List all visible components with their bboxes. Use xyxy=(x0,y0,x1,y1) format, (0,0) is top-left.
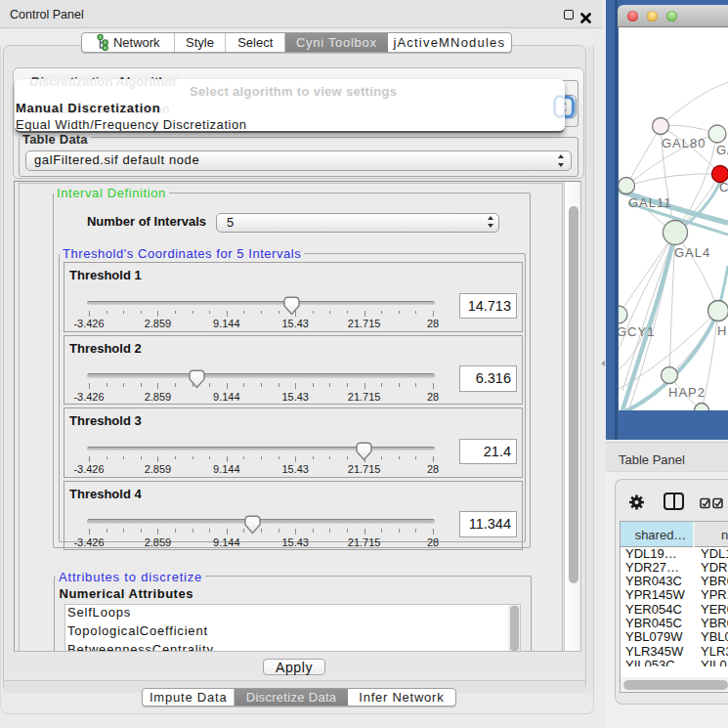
svg-text:C: C xyxy=(719,180,728,194)
svg-text:HAP2: HAP2 xyxy=(668,385,706,400)
svg-text:H: H xyxy=(717,323,727,338)
svg-text:GAL4: GAL4 xyxy=(674,245,710,260)
svg-text:GAL80: GAL80 xyxy=(662,136,706,150)
svg-text:GAL11: GAL11 xyxy=(628,195,672,210)
svg-text:GCY1: GCY1 xyxy=(619,324,655,339)
svg-text:GA: GA xyxy=(716,143,728,157)
